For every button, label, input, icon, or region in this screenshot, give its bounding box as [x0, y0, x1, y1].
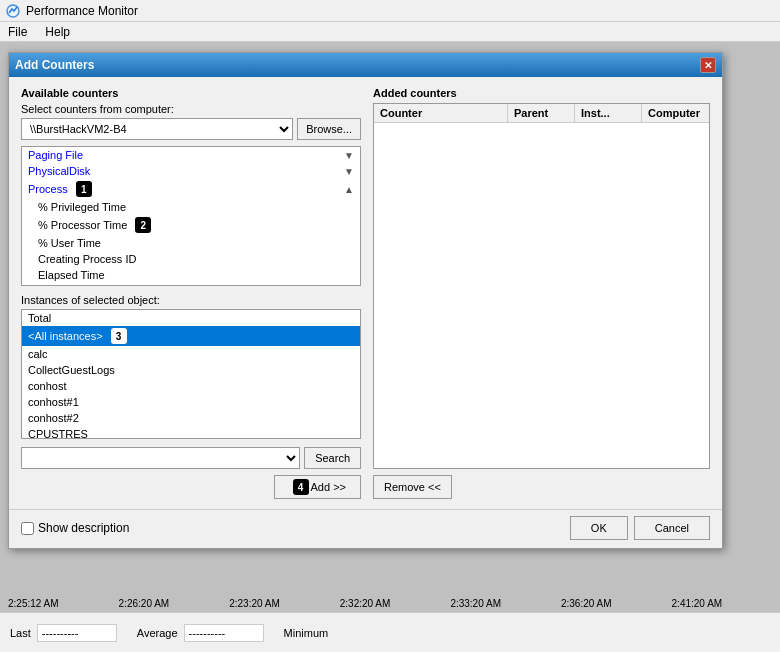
instances-list[interactable]: Total <All instances> 3 calc CollectGues…	[21, 309, 361, 439]
col-inst: Inst...	[575, 104, 642, 122]
instance-total[interactable]: Total	[22, 310, 360, 326]
add-row: 4 Add >>	[21, 475, 361, 499]
search-button[interactable]: Search	[304, 447, 361, 469]
counter-handle-count[interactable]: Handle Count	[22, 283, 360, 286]
add-button[interactable]: 4 Add >>	[274, 475, 361, 499]
process-expand-icon: ▲	[344, 184, 354, 195]
table-header: Counter Parent Inst... Computer	[374, 104, 709, 123]
process-badge: 1	[76, 181, 92, 197]
counter-list[interactable]: Paging File ▼ PhysicalDisk ▼ Process 1 ▲…	[21, 146, 361, 286]
instances-label: Instances of selected object:	[21, 294, 361, 306]
instance-conhost1[interactable]: conhost#1	[22, 394, 360, 410]
main-window: Add Counters ✕ Available counters Select…	[0, 42, 780, 652]
computer-select[interactable]: \\BurstHackVM2-B4	[21, 118, 293, 140]
minimum-item: Minimum	[284, 627, 329, 639]
cancel-button[interactable]: Cancel	[634, 516, 710, 540]
time-2: 2:26:20 AM	[119, 598, 170, 609]
status-bar: Last ---------- Average ---------- Minim…	[0, 612, 780, 652]
counter-user-time[interactable]: % User Time	[22, 235, 360, 251]
add-counters-dialog: Add Counters ✕ Available counters Select…	[8, 52, 723, 549]
proctime-badge: 2	[135, 217, 151, 233]
right-panel: Added counters Counter Parent Inst... Co…	[373, 87, 710, 499]
dialog-close-button[interactable]: ✕	[700, 57, 716, 73]
time-7: 2:41:20 AM	[672, 598, 723, 609]
instance-collectguestlogs[interactable]: CollectGuestLogs	[22, 362, 360, 378]
average-value: ----------	[184, 624, 264, 642]
select-computer-label: Select counters from computer:	[21, 103, 361, 115]
search-dropdown[interactable]	[21, 447, 300, 469]
average-label: Average	[137, 627, 178, 639]
instance-calc[interactable]: calc	[22, 346, 360, 362]
computer-row: \\BurstHackVM2-B4 Browse...	[21, 118, 361, 140]
minimum-label: Minimum	[284, 627, 329, 639]
available-counters-label: Available counters	[21, 87, 361, 99]
counter-process[interactable]: Process 1 ▲	[22, 179, 360, 199]
ok-button[interactable]: OK	[570, 516, 628, 540]
counter-create-pid[interactable]: Creating Process ID	[22, 251, 360, 267]
show-description-label: Show description	[38, 521, 129, 535]
allinstances-badge: 3	[111, 328, 127, 344]
dialog-footer: Show description OK Cancel	[9, 509, 722, 548]
menu-bar: File Help	[0, 22, 780, 42]
remove-button[interactable]: Remove <<	[373, 475, 452, 499]
col-parent: Parent	[508, 104, 575, 122]
time-bar: 2:25:12 AM 2:26:20 AM 2:23:20 AM 2:32:20…	[0, 594, 780, 612]
added-counters-label: Added counters	[373, 87, 710, 99]
col-computer: Computer	[642, 104, 709, 122]
app-title: Performance Monitor	[26, 4, 138, 18]
add-badge: 4	[293, 479, 309, 495]
instance-cpustres[interactable]: CPUSTRES	[22, 426, 360, 439]
title-bar: Performance Monitor	[0, 0, 780, 22]
last-label: Last	[10, 627, 31, 639]
instance-conhost[interactable]: conhost	[22, 378, 360, 394]
added-counters-table: Counter Parent Inst... Computer	[373, 103, 710, 469]
left-panel: Available counters Select counters from …	[21, 87, 361, 499]
footer-buttons: OK Cancel	[570, 516, 710, 540]
time-4: 2:32:20 AM	[340, 598, 391, 609]
instance-all[interactable]: <All instances> 3	[22, 326, 360, 346]
last-item: Last ----------	[10, 624, 117, 642]
counter-priv-time[interactable]: % Privileged Time	[22, 199, 360, 215]
time-3: 2:23:20 AM	[229, 598, 280, 609]
counter-proc-time[interactable]: % Processor Time 2	[22, 215, 360, 235]
show-description-checkbox[interactable]	[21, 522, 34, 535]
dialog-title: Add Counters	[15, 58, 94, 72]
last-value: ----------	[37, 624, 117, 642]
time-6: 2:36:20 AM	[561, 598, 612, 609]
counter-elapsed-time[interactable]: Elapsed Time	[22, 267, 360, 283]
time-1: 2:25:12 AM	[8, 598, 59, 609]
menu-file[interactable]: File	[4, 24, 31, 40]
dialog-title-bar: Add Counters ✕	[9, 53, 722, 77]
counter-physicaldisk[interactable]: PhysicalDisk ▼	[22, 163, 360, 179]
dialog-content: Available counters Select counters from …	[9, 77, 722, 509]
show-description-row: Show description	[21, 521, 129, 535]
counter-paging-file[interactable]: Paging File ▼	[22, 147, 360, 163]
add-label: Add >>	[311, 481, 346, 493]
instance-conhost2[interactable]: conhost#2	[22, 410, 360, 426]
paging-expand-icon: ▼	[344, 150, 354, 161]
browse-button[interactable]: Browse...	[297, 118, 361, 140]
physicaldisk-expand-icon: ▼	[344, 166, 354, 177]
time-5: 2:33:20 AM	[450, 598, 501, 609]
average-item: Average ----------	[137, 624, 264, 642]
search-row: Search	[21, 447, 361, 469]
app-icon	[6, 4, 20, 18]
menu-help[interactable]: Help	[41, 24, 74, 40]
col-counter: Counter	[374, 104, 508, 122]
